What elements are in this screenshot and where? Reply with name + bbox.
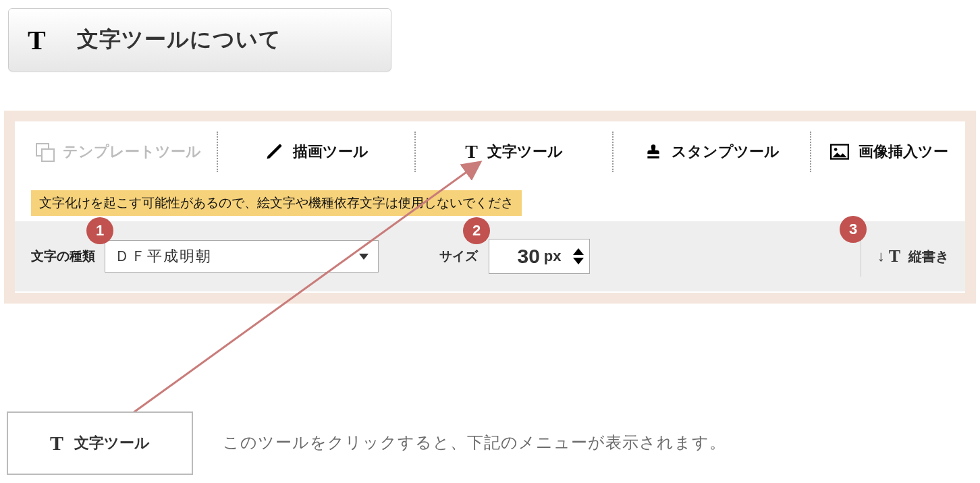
- text-icon: T: [889, 246, 900, 266]
- section-title: 文字ツールについて: [77, 25, 281, 55]
- tab-template-label: テンプレートツール: [63, 142, 201, 162]
- callout-label: 文字ツール: [74, 433, 150, 453]
- size-value: 30: [517, 245, 539, 268]
- size-label: サイズ: [439, 248, 478, 265]
- stamp-icon: [645, 143, 662, 161]
- size-input[interactable]: 30 px: [489, 239, 590, 274]
- callout-badge-3: 3: [840, 216, 867, 243]
- chevron-down-icon[interactable]: [573, 258, 584, 264]
- text-icon: T: [50, 432, 63, 455]
- size-spinner[interactable]: [573, 248, 584, 264]
- tab-text[interactable]: T 文字ツール: [416, 132, 612, 172]
- tool-tabs: テンプレートツール 描画ツール T 文字ツール スタンプツール 画像挿入ツー: [15, 121, 965, 182]
- text-tool-panel: テンプレートツール 描画ツール T 文字ツール スタンプツール 画像挿入ツー 文…: [4, 111, 976, 304]
- divider: [861, 236, 861, 277]
- chevron-down-icon: [359, 254, 369, 260]
- font-type-label: 文字の種類: [31, 248, 95, 265]
- vertical-writing-toggle[interactable]: ↓ T 縦書き: [877, 246, 949, 266]
- tab-image[interactable]: 画像挿入ツー: [811, 132, 960, 172]
- size-unit: px: [544, 248, 562, 265]
- svg-point-1: [834, 148, 838, 151]
- warning-strip: 文字化けを起こす可能性があるので、絵文字や機種依存文字は使用しないでくださ: [31, 190, 522, 216]
- text-settings-row: 文字の種類 ＤＦ平成明朝 サイズ 30 px ↓ T 縦書き: [15, 221, 965, 291]
- text-icon: T: [465, 141, 478, 163]
- section-header: T 文字ツールについて: [8, 8, 391, 72]
- font-select[interactable]: ＤＦ平成明朝: [105, 240, 379, 273]
- chevron-up-icon[interactable]: [573, 248, 584, 255]
- font-select-value: ＤＦ平成明朝: [115, 246, 212, 266]
- tab-text-label: 文字ツール: [487, 142, 563, 162]
- vertical-writing-label: 縦書き: [908, 248, 949, 266]
- tab-stamp-label: スタンプツール: [672, 142, 780, 162]
- text-icon: T: [28, 24, 46, 56]
- image-icon: [830, 144, 849, 160]
- tab-template[interactable]: テンプレートツール: [20, 132, 217, 172]
- pencil-icon: [265, 142, 283, 161]
- tab-stamp[interactable]: スタンプツール: [614, 132, 810, 172]
- tab-image-label: 画像挿入ツー: [859, 142, 948, 162]
- arrow-down-icon: ↓: [877, 248, 885, 265]
- callout-description: このツールをクリックすると、下記のメニューが表示されます。: [223, 432, 726, 453]
- callout-badge-1: 1: [86, 217, 113, 244]
- callout-badge-2: 2: [463, 217, 490, 244]
- copy-icon: [36, 143, 53, 161]
- callout-box: T 文字ツール: [7, 411, 193, 475]
- tab-draw[interactable]: 描画ツール: [218, 132, 414, 172]
- tab-draw-label: 描画ツール: [293, 142, 369, 162]
